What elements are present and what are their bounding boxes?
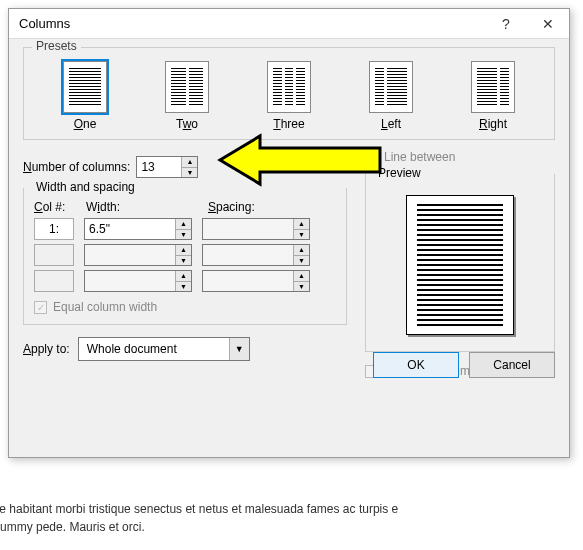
spin-up-icon[interactable]: ▲ xyxy=(182,157,197,168)
colnum-header: Col #: xyxy=(34,200,76,214)
spacing-header: Spacing: xyxy=(208,200,308,214)
preset-three[interactable]: Three xyxy=(267,61,311,131)
preset-two-icon xyxy=(165,61,209,113)
spacing-3-spinner: ▲▼ xyxy=(202,270,310,292)
dialog-title: Columns xyxy=(9,16,485,31)
numcols-input[interactable] xyxy=(137,157,181,177)
numcols-spinner[interactable]: ▲▼ xyxy=(136,156,198,178)
width-1-spinner[interactable]: ▲▼ xyxy=(84,218,192,240)
checkbox-icon xyxy=(365,151,378,164)
equal-width-label: Equal column width xyxy=(53,300,157,314)
apply-to-select[interactable]: Whole document ▼ xyxy=(78,337,250,361)
width-3-spinner: ▲▼ xyxy=(84,270,192,292)
colnum-1: 1: xyxy=(34,218,74,240)
preview-lines xyxy=(417,204,503,326)
preset-left[interactable]: Left xyxy=(369,61,413,131)
cancel-button[interactable]: Cancel xyxy=(469,352,555,378)
numcols-label: Number of columns: xyxy=(23,160,130,174)
equal-width-checkbox: ✓ Equal column width xyxy=(34,300,336,314)
preview-legend: Preview xyxy=(374,166,425,180)
width-spacing-legend: Width and spacing xyxy=(32,180,139,194)
preset-right-icon xyxy=(471,61,515,113)
preset-right[interactable]: Right xyxy=(471,61,515,131)
colnum-2 xyxy=(34,244,74,266)
spin-down-icon[interactable]: ▼ xyxy=(182,168,197,178)
apply-to-label: Apply to: xyxy=(23,342,70,356)
chevron-down-icon[interactable]: ▼ xyxy=(229,338,249,360)
bg-line: sque habitant morbi tristique senectus e… xyxy=(0,500,583,518)
spacing-1-input xyxy=(203,219,293,239)
presets-legend: Presets xyxy=(32,39,81,53)
preset-one[interactable]: One xyxy=(63,61,107,131)
checkmark-icon: ✓ xyxy=(34,301,47,314)
spacing-2-spinner: ▲▼ xyxy=(202,244,310,266)
width-1-input[interactable] xyxy=(85,219,175,239)
width-header: Width: xyxy=(86,200,198,214)
preview-group: Preview xyxy=(365,174,555,352)
line-between-label: Line between xyxy=(384,150,455,164)
preset-left-icon xyxy=(369,61,413,113)
apply-to-value: Whole document xyxy=(79,342,229,356)
columns-dialog: Columns ? ✕ Presets One Two Three Left xyxy=(8,8,570,458)
width-spacing-group: Width and spacing Col #: Width: Spacing:… xyxy=(23,188,347,325)
preset-two[interactable]: Two xyxy=(165,61,209,131)
preset-three-icon xyxy=(267,61,311,113)
close-button[interactable]: ✕ xyxy=(527,9,569,39)
titlebar: Columns ? ✕ xyxy=(9,9,569,39)
presets-group: Presets One Two Three Left Right xyxy=(23,47,555,140)
colnum-3 xyxy=(34,270,74,292)
bg-line: nonummy pede. Mauris et orci. xyxy=(0,518,583,536)
spacing-1-spinner: ▲▼ xyxy=(202,218,310,240)
line-between-checkbox: Line between xyxy=(365,150,555,164)
ok-button[interactable]: OK xyxy=(373,352,459,378)
help-button[interactable]: ? xyxy=(485,9,527,39)
preset-one-icon xyxy=(63,61,107,113)
width-2-spinner: ▲▼ xyxy=(84,244,192,266)
preview-page xyxy=(406,195,514,335)
